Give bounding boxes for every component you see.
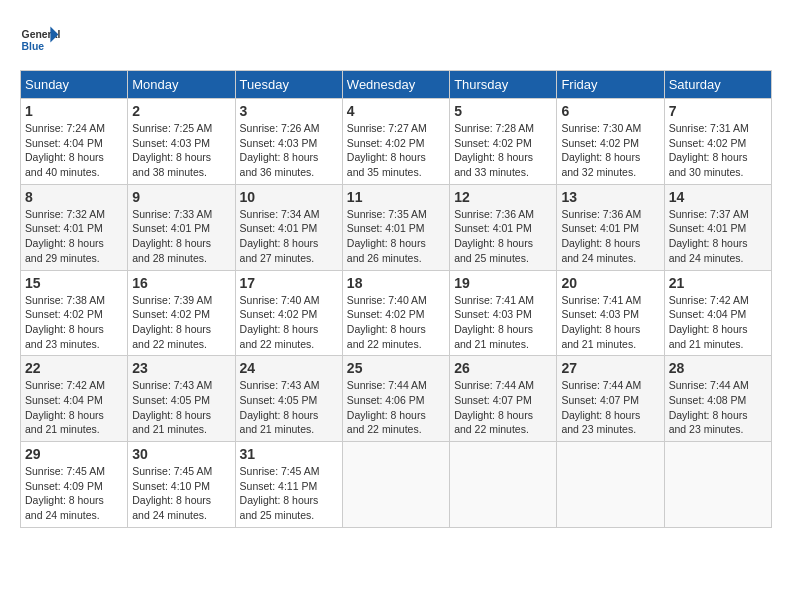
- day-number: 29: [25, 446, 123, 462]
- column-header-friday: Friday: [557, 71, 664, 99]
- column-header-monday: Monday: [128, 71, 235, 99]
- calendar-cell: 9Sunrise: 7:33 AMSunset: 4:01 PMDaylight…: [128, 184, 235, 270]
- day-info: Sunrise: 7:43 AMSunset: 4:05 PMDaylight:…: [132, 378, 230, 437]
- calendar-week-row: 1Sunrise: 7:24 AMSunset: 4:04 PMDaylight…: [21, 99, 772, 185]
- calendar-cell: 16Sunrise: 7:39 AMSunset: 4:02 PMDayligh…: [128, 270, 235, 356]
- calendar-week-row: 15Sunrise: 7:38 AMSunset: 4:02 PMDayligh…: [21, 270, 772, 356]
- calendar-cell: [342, 442, 449, 528]
- day-number: 16: [132, 275, 230, 291]
- calendar-cell: 25Sunrise: 7:44 AMSunset: 4:06 PMDayligh…: [342, 356, 449, 442]
- day-number: 22: [25, 360, 123, 376]
- day-info: Sunrise: 7:44 AMSunset: 4:07 PMDaylight:…: [454, 378, 552, 437]
- calendar-cell: 20Sunrise: 7:41 AMSunset: 4:03 PMDayligh…: [557, 270, 664, 356]
- calendar-table: SundayMondayTuesdayWednesdayThursdayFrid…: [20, 70, 772, 528]
- column-header-sunday: Sunday: [21, 71, 128, 99]
- calendar-cell: 31Sunrise: 7:45 AMSunset: 4:11 PMDayligh…: [235, 442, 342, 528]
- day-number: 14: [669, 189, 767, 205]
- day-number: 3: [240, 103, 338, 119]
- day-number: 28: [669, 360, 767, 376]
- day-info: Sunrise: 7:31 AMSunset: 4:02 PMDaylight:…: [669, 121, 767, 180]
- calendar-cell: 18Sunrise: 7:40 AMSunset: 4:02 PMDayligh…: [342, 270, 449, 356]
- calendar-cell: 22Sunrise: 7:42 AMSunset: 4:04 PMDayligh…: [21, 356, 128, 442]
- calendar-cell: [664, 442, 771, 528]
- logo-icon: General Blue: [20, 20, 60, 60]
- day-info: Sunrise: 7:24 AMSunset: 4:04 PMDaylight:…: [25, 121, 123, 180]
- day-number: 12: [454, 189, 552, 205]
- calendar-cell: 21Sunrise: 7:42 AMSunset: 4:04 PMDayligh…: [664, 270, 771, 356]
- day-number: 18: [347, 275, 445, 291]
- day-info: Sunrise: 7:32 AMSunset: 4:01 PMDaylight:…: [25, 207, 123, 266]
- day-info: Sunrise: 7:40 AMSunset: 4:02 PMDaylight:…: [347, 293, 445, 352]
- day-number: 20: [561, 275, 659, 291]
- day-number: 13: [561, 189, 659, 205]
- day-info: Sunrise: 7:26 AMSunset: 4:03 PMDaylight:…: [240, 121, 338, 180]
- calendar-cell: 28Sunrise: 7:44 AMSunset: 4:08 PMDayligh…: [664, 356, 771, 442]
- day-number: 8: [25, 189, 123, 205]
- day-info: Sunrise: 7:27 AMSunset: 4:02 PMDaylight:…: [347, 121, 445, 180]
- day-info: Sunrise: 7:39 AMSunset: 4:02 PMDaylight:…: [132, 293, 230, 352]
- day-info: Sunrise: 7:42 AMSunset: 4:04 PMDaylight:…: [25, 378, 123, 437]
- column-header-wednesday: Wednesday: [342, 71, 449, 99]
- calendar-cell: 2Sunrise: 7:25 AMSunset: 4:03 PMDaylight…: [128, 99, 235, 185]
- calendar-week-row: 8Sunrise: 7:32 AMSunset: 4:01 PMDaylight…: [21, 184, 772, 270]
- day-number: 7: [669, 103, 767, 119]
- day-info: Sunrise: 7:36 AMSunset: 4:01 PMDaylight:…: [561, 207, 659, 266]
- calendar-cell: 10Sunrise: 7:34 AMSunset: 4:01 PMDayligh…: [235, 184, 342, 270]
- day-info: Sunrise: 7:44 AMSunset: 4:08 PMDaylight:…: [669, 378, 767, 437]
- calendar-cell: 1Sunrise: 7:24 AMSunset: 4:04 PMDaylight…: [21, 99, 128, 185]
- day-info: Sunrise: 7:35 AMSunset: 4:01 PMDaylight:…: [347, 207, 445, 266]
- day-info: Sunrise: 7:30 AMSunset: 4:02 PMDaylight:…: [561, 121, 659, 180]
- day-number: 30: [132, 446, 230, 462]
- day-number: 23: [132, 360, 230, 376]
- calendar-cell: 12Sunrise: 7:36 AMSunset: 4:01 PMDayligh…: [450, 184, 557, 270]
- calendar-cell: 14Sunrise: 7:37 AMSunset: 4:01 PMDayligh…: [664, 184, 771, 270]
- day-info: Sunrise: 7:45 AMSunset: 4:10 PMDaylight:…: [132, 464, 230, 523]
- calendar-cell: [450, 442, 557, 528]
- day-info: Sunrise: 7:43 AMSunset: 4:05 PMDaylight:…: [240, 378, 338, 437]
- calendar-cell: 3Sunrise: 7:26 AMSunset: 4:03 PMDaylight…: [235, 99, 342, 185]
- day-info: Sunrise: 7:25 AMSunset: 4:03 PMDaylight:…: [132, 121, 230, 180]
- day-info: Sunrise: 7:41 AMSunset: 4:03 PMDaylight:…: [561, 293, 659, 352]
- calendar-cell: 13Sunrise: 7:36 AMSunset: 4:01 PMDayligh…: [557, 184, 664, 270]
- day-info: Sunrise: 7:44 AMSunset: 4:06 PMDaylight:…: [347, 378, 445, 437]
- day-number: 11: [347, 189, 445, 205]
- day-number: 6: [561, 103, 659, 119]
- day-number: 2: [132, 103, 230, 119]
- calendar-cell: 17Sunrise: 7:40 AMSunset: 4:02 PMDayligh…: [235, 270, 342, 356]
- calendar-cell: 24Sunrise: 7:43 AMSunset: 4:05 PMDayligh…: [235, 356, 342, 442]
- calendar-cell: 26Sunrise: 7:44 AMSunset: 4:07 PMDayligh…: [450, 356, 557, 442]
- calendar-cell: 7Sunrise: 7:31 AMSunset: 4:02 PMDaylight…: [664, 99, 771, 185]
- day-info: Sunrise: 7:42 AMSunset: 4:04 PMDaylight:…: [669, 293, 767, 352]
- calendar-cell: 23Sunrise: 7:43 AMSunset: 4:05 PMDayligh…: [128, 356, 235, 442]
- calendar-cell: 29Sunrise: 7:45 AMSunset: 4:09 PMDayligh…: [21, 442, 128, 528]
- calendar-cell: [557, 442, 664, 528]
- day-info: Sunrise: 7:45 AMSunset: 4:11 PMDaylight:…: [240, 464, 338, 523]
- day-number: 27: [561, 360, 659, 376]
- calendar-week-row: 29Sunrise: 7:45 AMSunset: 4:09 PMDayligh…: [21, 442, 772, 528]
- calendar-header-row: SundayMondayTuesdayWednesdayThursdayFrid…: [21, 71, 772, 99]
- calendar-cell: 19Sunrise: 7:41 AMSunset: 4:03 PMDayligh…: [450, 270, 557, 356]
- day-info: Sunrise: 7:38 AMSunset: 4:02 PMDaylight:…: [25, 293, 123, 352]
- calendar-cell: 30Sunrise: 7:45 AMSunset: 4:10 PMDayligh…: [128, 442, 235, 528]
- day-info: Sunrise: 7:44 AMSunset: 4:07 PMDaylight:…: [561, 378, 659, 437]
- column-header-saturday: Saturday: [664, 71, 771, 99]
- calendar-week-row: 22Sunrise: 7:42 AMSunset: 4:04 PMDayligh…: [21, 356, 772, 442]
- day-info: Sunrise: 7:45 AMSunset: 4:09 PMDaylight:…: [25, 464, 123, 523]
- page-header: General Blue: [20, 20, 772, 60]
- day-info: Sunrise: 7:40 AMSunset: 4:02 PMDaylight:…: [240, 293, 338, 352]
- day-info: Sunrise: 7:37 AMSunset: 4:01 PMDaylight:…: [669, 207, 767, 266]
- day-info: Sunrise: 7:41 AMSunset: 4:03 PMDaylight:…: [454, 293, 552, 352]
- column-header-tuesday: Tuesday: [235, 71, 342, 99]
- calendar-cell: 8Sunrise: 7:32 AMSunset: 4:01 PMDaylight…: [21, 184, 128, 270]
- day-number: 26: [454, 360, 552, 376]
- day-number: 24: [240, 360, 338, 376]
- day-info: Sunrise: 7:33 AMSunset: 4:01 PMDaylight:…: [132, 207, 230, 266]
- day-info: Sunrise: 7:34 AMSunset: 4:01 PMDaylight:…: [240, 207, 338, 266]
- calendar-cell: 15Sunrise: 7:38 AMSunset: 4:02 PMDayligh…: [21, 270, 128, 356]
- day-number: 15: [25, 275, 123, 291]
- calendar-cell: 11Sunrise: 7:35 AMSunset: 4:01 PMDayligh…: [342, 184, 449, 270]
- day-info: Sunrise: 7:28 AMSunset: 4:02 PMDaylight:…: [454, 121, 552, 180]
- day-number: 19: [454, 275, 552, 291]
- day-number: 25: [347, 360, 445, 376]
- day-number: 1: [25, 103, 123, 119]
